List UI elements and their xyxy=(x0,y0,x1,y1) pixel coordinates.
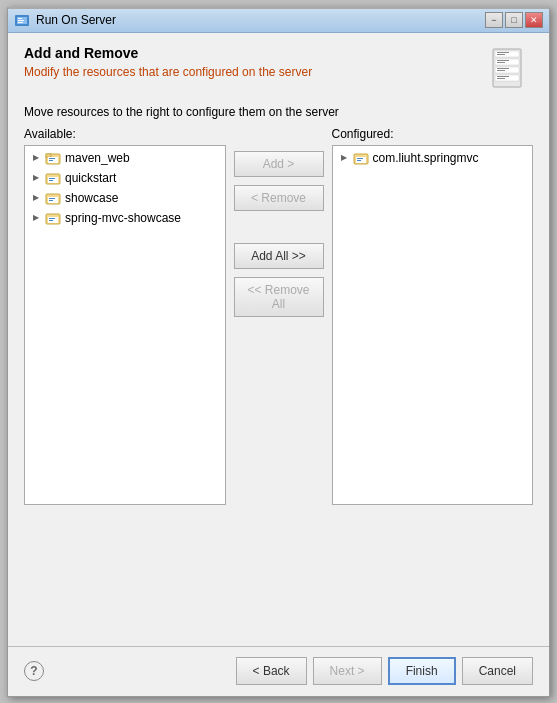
add-all-button[interactable]: Add All >> xyxy=(234,243,324,269)
svg-rect-37 xyxy=(357,158,363,159)
svg-rect-30 xyxy=(49,200,53,201)
item-label: com.liuht.springmvc xyxy=(373,151,479,165)
item-label: showcase xyxy=(65,191,118,205)
bottom-right: < Back Next > Finish Cancel xyxy=(236,657,533,685)
svg-rect-2 xyxy=(18,18,22,19)
back-button[interactable]: < Back xyxy=(236,657,307,685)
available-list[interactable]: ▶ maven_web ▶ xyxy=(24,145,226,505)
expand-arrow: ▶ xyxy=(31,213,41,223)
expand-arrow: ▶ xyxy=(31,193,41,203)
svg-rect-34 xyxy=(49,220,53,221)
project-icon xyxy=(45,210,61,226)
window-icon xyxy=(14,12,30,28)
project-icon xyxy=(45,170,61,186)
expand-arrow: ▶ xyxy=(31,173,41,183)
svg-rect-13 xyxy=(497,68,509,69)
configured-list[interactable]: ▶ com.liuht.springmvc xyxy=(332,145,534,505)
list-item[interactable]: ▶ showcase xyxy=(27,188,223,208)
project-icon xyxy=(353,150,369,166)
remove-all-button[interactable]: << Remove All xyxy=(234,277,324,317)
svg-rect-33 xyxy=(49,218,55,219)
remove-button[interactable]: < Remove xyxy=(234,185,324,211)
expand-arrow: ▶ xyxy=(31,153,41,163)
item-label: spring-mvc-showcase xyxy=(65,211,181,225)
available-label: Available: xyxy=(24,127,226,141)
svg-rect-22 xyxy=(49,160,53,161)
item-label: maven_web xyxy=(65,151,130,165)
header-text: Add and Remove Modify the resources that… xyxy=(24,45,485,79)
list-item[interactable]: ▶ maven_web xyxy=(27,148,223,168)
maximize-button[interactable]: □ xyxy=(505,12,523,28)
instruction-text: Move resources to the right to configure… xyxy=(24,105,533,119)
configured-panel: Configured: ▶ com.liuht.springmv xyxy=(332,127,534,505)
list-item[interactable]: ▶ spring-mvc-showcase xyxy=(27,208,223,228)
svg-rect-10 xyxy=(497,60,509,61)
svg-rect-4 xyxy=(18,22,23,23)
titlebar: Run On Server − □ ✕ xyxy=(8,9,549,33)
list-item[interactable]: ▶ quickstart xyxy=(27,168,223,188)
header-section: Add and Remove Modify the resources that… xyxy=(24,45,533,93)
svg-rect-29 xyxy=(49,198,55,199)
svg-rect-11 xyxy=(497,62,505,63)
svg-rect-19 xyxy=(46,154,51,157)
content-area: Add and Remove Modify the resources that… xyxy=(8,33,549,646)
svg-rect-26 xyxy=(49,180,53,181)
titlebar-controls: − □ ✕ xyxy=(485,12,543,28)
svg-rect-7 xyxy=(497,52,509,53)
bottom-bar: ? < Back Next > Finish Cancel xyxy=(8,646,549,696)
svg-rect-16 xyxy=(497,76,509,77)
svg-rect-3 xyxy=(18,20,24,21)
add-button[interactable]: Add > xyxy=(234,151,324,177)
svg-rect-21 xyxy=(49,158,55,159)
dialog-subtitle: Modify the resources that are configured… xyxy=(24,65,485,79)
expand-arrow: ▶ xyxy=(339,153,349,163)
panels-row: Available: ▶ ma xyxy=(24,127,533,634)
middle-buttons: Add > < Remove Add All >> << Remove All xyxy=(234,127,324,317)
configured-label: Configured: xyxy=(332,127,534,141)
minimize-button[interactable]: − xyxy=(485,12,503,28)
svg-rect-38 xyxy=(357,160,361,161)
bottom-left: ? xyxy=(24,661,44,681)
list-item[interactable]: ▶ com.liuht.springmvc xyxy=(335,148,531,168)
project-icon xyxy=(45,190,61,206)
dialog-title: Add and Remove xyxy=(24,45,485,61)
item-label: quickstart xyxy=(65,171,116,185)
window-title: Run On Server xyxy=(36,13,479,27)
svg-rect-8 xyxy=(497,54,505,55)
next-button[interactable]: Next > xyxy=(313,657,382,685)
svg-rect-14 xyxy=(497,70,505,71)
project-icon xyxy=(45,150,61,166)
main-window: Run On Server − □ ✕ Add and Remove Modif… xyxy=(7,7,550,697)
cancel-button[interactable]: Cancel xyxy=(462,657,533,685)
finish-button[interactable]: Finish xyxy=(388,657,456,685)
available-panel: Available: ▶ ma xyxy=(24,127,226,505)
svg-rect-17 xyxy=(497,78,505,79)
help-button[interactable]: ? xyxy=(24,661,44,681)
close-button[interactable]: ✕ xyxy=(525,12,543,28)
svg-rect-25 xyxy=(49,178,55,179)
server-icon xyxy=(485,45,533,93)
